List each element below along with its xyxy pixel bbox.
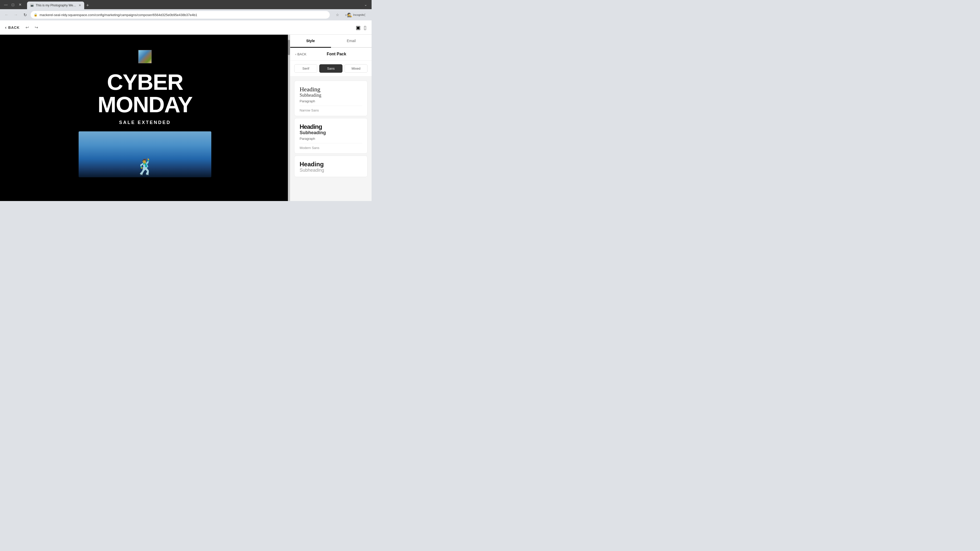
window-controls: — ◻ ✕ — [3, 2, 23, 7]
minimize-button[interactable]: — — [3, 2, 9, 7]
panel-title: Font Pack — [307, 52, 366, 56]
title-bar: — ◻ ✕ 📷 This is my Photography Website ✕… — [0, 0, 372, 9]
redo-button[interactable]: ↪ — [33, 24, 40, 31]
font-card-paragraph: Paragraph — [300, 137, 362, 141]
font-card-heading: Heading — [300, 124, 362, 130]
back-button[interactable]: ‹ BACK — [5, 25, 20, 30]
nav-icons: ☆ ▭ 🕵 Incognito ⋮ — [334, 11, 369, 18]
browser-chrome: — ◻ ✕ 📷 This is my Photography Website ✕… — [0, 0, 372, 21]
chevron-down-button[interactable]: ⌄ — [363, 2, 369, 7]
dancer-image: 🕺 — [79, 131, 211, 177]
back-chevron-icon: ‹ — [5, 25, 6, 30]
filter-sans-button[interactable]: Sans — [319, 64, 342, 73]
font-cards-list: Heading Subheading Paragraph Narrow Sans… — [290, 76, 372, 201]
font-card-subheading: Subheading — [300, 168, 362, 173]
filter-mixed-button[interactable]: Mixed — [345, 64, 368, 73]
tab-email[interactable]: Email — [331, 35, 372, 48]
canvas-content: CYBER MONDAY SALE EXTENDED 🕺 — [0, 35, 290, 201]
panel-tabs: Style Email — [290, 35, 372, 48]
scrollbar-thumb[interactable] — [288, 40, 290, 55]
filter-serif-button[interactable]: Serif — [294, 64, 317, 73]
panel-back-button[interactable]: ‹ BACK — [295, 52, 307, 56]
tab-style[interactable]: Style — [290, 35, 331, 48]
thumbnail-image — [138, 50, 151, 63]
mobile-view-button[interactable]: ▯ — [364, 24, 366, 30]
canvas-scrollbar[interactable] — [288, 35, 290, 201]
nav-bar: ← → ↻ 🔒 mackerel-seal-nldy.squarespace.c… — [0, 9, 372, 21]
cyber-heading: CYBER MONDAY — [97, 71, 192, 116]
font-card-paragraph: Paragraph — [300, 99, 362, 103]
profile-button[interactable]: 🕵 Incognito — [352, 11, 360, 18]
bookmark-button[interactable]: ☆ — [334, 11, 341, 18]
tab-favicon: 📷 — [30, 3, 34, 7]
font-filter-row: Serif Sans Mixed — [290, 61, 372, 76]
undo-button[interactable]: ↩ — [24, 24, 31, 31]
font-card-heading: Heading — [300, 86, 362, 93]
close-button[interactable]: ✕ — [18, 2, 23, 7]
url-text: mackerel-seal-nldy.squarespace.com/confi… — [40, 13, 327, 17]
app-toolbar: ‹ BACK ↩ ↪ ▣ ▯ — [0, 21, 372, 35]
panel-back-chevron-icon: ‹ — [295, 52, 296, 56]
incognito-icon: 🕵 — [347, 13, 352, 17]
panel-header: ‹ BACK Font Pack — [290, 48, 372, 61]
font-card-name: Narrow Sans — [300, 106, 362, 112]
font-card-subheading: Subheading — [300, 130, 362, 136]
app-container: ‹ BACK ↩ ↪ ▣ ▯ CYBER MONDAY SALE EXTENDE… — [0, 21, 372, 201]
canvas-area: CYBER MONDAY SALE EXTENDED 🕺 — [0, 35, 290, 201]
new-tab-button[interactable]: + — [84, 2, 91, 9]
right-panel: Style Email ‹ BACK Font Pack Serif Sans — [290, 35, 372, 201]
back-nav-button[interactable]: ← — [3, 11, 10, 18]
forward-nav-button[interactable]: → — [12, 11, 19, 18]
tab-title: This is my Photography Website — [36, 3, 76, 7]
menu-button[interactable]: ⋮ — [361, 11, 369, 18]
tab-bar: 📷 This is my Photography Website ✕ + — [27, 0, 361, 9]
tab-close-button[interactable]: ✕ — [79, 3, 81, 7]
reload-button[interactable]: ↻ — [21, 11, 29, 18]
main-area: CYBER MONDAY SALE EXTENDED 🕺 Style Email — [0, 35, 372, 201]
font-card-classic-sans[interactable]: Heading Subheading — [294, 156, 368, 177]
lock-icon: 🔒 — [34, 13, 38, 17]
restore-button[interactable]: ◻ — [10, 2, 16, 7]
font-card-heading: Heading — [300, 161, 362, 168]
active-tab[interactable]: 📷 This is my Photography Website ✕ — [27, 2, 84, 9]
back-label: BACK — [8, 25, 19, 30]
panel-back-label: BACK — [298, 52, 306, 56]
font-card-subheading: Subheading — [300, 93, 362, 98]
desktop-view-button[interactable]: ▣ — [356, 24, 361, 30]
font-card-name: Modern Sans — [300, 143, 362, 150]
view-buttons: ▣ ▯ — [356, 24, 366, 30]
font-card-narrow-sans[interactable]: Heading Subheading Paragraph Narrow Sans — [294, 81, 368, 116]
toolbar-history: ↩ ↪ — [24, 24, 40, 31]
address-bar[interactable]: 🔒 mackerel-seal-nldy.squarespace.com/con… — [30, 11, 330, 19]
sale-extended-text: SALE EXTENDED — [119, 120, 171, 125]
font-card-modern-sans[interactable]: Heading Subheading Paragraph Modern Sans — [294, 118, 368, 154]
dancer-figure: 🕺 — [135, 158, 155, 176]
